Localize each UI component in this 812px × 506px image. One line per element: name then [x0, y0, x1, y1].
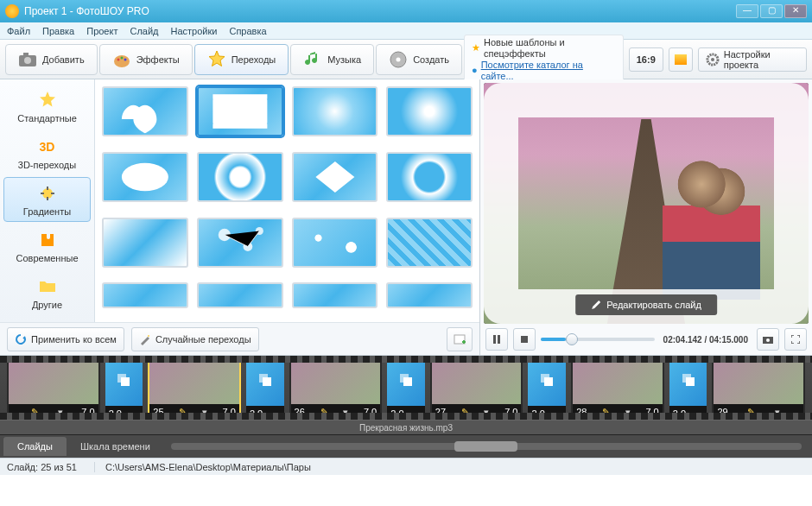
music-icon: [303, 50, 322, 69]
menu-file[interactable]: Файл: [7, 26, 30, 36]
seek-knob[interactable]: [566, 333, 578, 345]
minimize-button[interactable]: —: [736, 4, 758, 18]
svg-point-10: [711, 58, 714, 61]
slide-thumb[interactable]: 26✎▾7.0: [289, 363, 383, 413]
create-button[interactable]: Создать: [376, 44, 462, 75]
fullscreen-button[interactable]: [784, 328, 807, 351]
svg-rect-14: [213, 123, 267, 128]
music-button[interactable]: Музыка: [290, 44, 374, 75]
preview-pane: Редактировать слайд 02:04.142 / 04:15.00…: [480, 79, 812, 355]
svg-rect-13: [213, 94, 267, 98]
menu-slide[interactable]: Слайд: [130, 26, 158, 36]
slide-thumb[interactable]: ✎▾7.0: [7, 363, 100, 413]
category-list: Стандартные 3D3D-переходы Градиенты Совр…: [0, 79, 95, 322]
statusbar: Слайд: 25 из 51 C:\Users\AMS-Elena\Deskt…: [0, 458, 812, 475]
svg-point-8: [396, 57, 401, 61]
transition-thumb[interactable]: [197, 86, 283, 136]
transition-slot[interactable]: 2.0: [387, 363, 425, 413]
effects-button[interactable]: Эффекты: [99, 44, 193, 75]
slide-thumb[interactable]: 25✎▾7.0: [148, 363, 241, 413]
timecode: 02:04.142 / 04:15.000: [660, 335, 752, 345]
transition-thumb[interactable]: [292, 86, 378, 136]
svg-point-1: [24, 57, 31, 64]
transition-thumb[interactable]: [102, 282, 188, 308]
transition-thumb[interactable]: [386, 218, 473, 268]
seek-bar[interactable]: [541, 338, 655, 341]
cat-standard[interactable]: Стандартные: [3, 84, 91, 129]
slides-row: ✎▾7.02.025✎▾7.02.026✎▾7.02.027✎▾7.02.028…: [0, 363, 812, 413]
svg-rect-31: [403, 377, 412, 386]
transition-thumb[interactable]: [197, 282, 283, 308]
menu-edit[interactable]: Правка: [42, 26, 74, 36]
transition-thumb[interactable]: [102, 218, 188, 268]
close-button[interactable]: ✕: [784, 4, 807, 18]
transition-grid: [95, 79, 479, 322]
status-position: Слайд: 25 из 51: [7, 462, 77, 472]
edit-slide-button[interactable]: Редактировать слайд: [575, 294, 717, 315]
audio-track[interactable]: Прекрасная жизнь.mp3: [0, 420, 812, 435]
puzzle-icon: [37, 230, 58, 250]
timeline: ✎▾7.02.025✎▾7.02.026✎▾7.02.027✎▾7.02.028…: [0, 356, 812, 458]
svg-point-15: [122, 163, 168, 191]
tab-slides[interactable]: Слайды: [3, 437, 67, 456]
svg-rect-23: [521, 336, 528, 343]
slide-thumb[interactable]: 27✎▾7.0: [430, 363, 523, 413]
transition-thumb[interactable]: [292, 282, 378, 308]
pause-button[interactable]: [485, 328, 508, 351]
menu-settings[interactable]: Настройки: [171, 26, 218, 36]
cat-gradients[interactable]: Градиенты: [3, 177, 91, 222]
cat-other[interactable]: Другие: [3, 270, 91, 315]
transition-slot[interactable]: 2.0: [105, 363, 143, 413]
menu-help[interactable]: Справка: [229, 26, 266, 36]
preview-overlay: [484, 83, 809, 324]
filmstrip-top: [0, 356, 812, 363]
transition-thumb[interactable]: [197, 152, 283, 202]
svg-point-6: [124, 58, 126, 60]
settings-label: Настройки проекта: [724, 49, 799, 70]
transition-slot[interactable]: 2.0: [669, 363, 707, 413]
transition-thumb[interactable]: [386, 282, 473, 308]
stop-button[interactable]: [513, 328, 536, 351]
star-icon: [37, 90, 58, 111]
apply-all-button[interactable]: Применить ко всем: [7, 327, 124, 351]
transition-thumb[interactable]: [386, 152, 473, 202]
aspect-ratio-button[interactable]: 16:9: [629, 47, 663, 72]
folder-icon: [37, 276, 58, 297]
slide-thumb[interactable]: 29✎▾: [712, 363, 805, 413]
gradient-icon: [37, 183, 58, 204]
timeline-scrollbar[interactable]: [171, 443, 802, 450]
catalog-link[interactable]: Посмотрите каталог на сайте...: [481, 60, 616, 82]
slide-thumb[interactable]: 28✎▾7.0: [571, 363, 664, 413]
maximize-button[interactable]: ▢: [760, 4, 783, 18]
random-button[interactable]: Случайные переходы: [131, 327, 259, 351]
project-settings-button[interactable]: Настройки проекта: [698, 47, 807, 72]
transition-thumb[interactable]: [102, 152, 188, 202]
add-transition-button[interactable]: [447, 327, 473, 351]
svg-point-5: [120, 56, 123, 59]
scrollbar-thumb[interactable]: [454, 441, 517, 452]
svg-rect-12: [213, 98, 267, 125]
transition-thumb[interactable]: [292, 152, 378, 202]
transition-slot[interactable]: 2.0: [528, 363, 566, 413]
tab-timeline[interactable]: Шкала времени: [67, 437, 164, 456]
main-toolbar: Добавить Эффекты Переходы Музыка Создать…: [0, 40, 812, 79]
globe-icon: ●: [472, 65, 478, 76]
cat-3d[interactable]: 3D3D-переходы: [3, 130, 91, 175]
transition-thumb[interactable]: [197, 218, 283, 268]
3d-icon: 3D: [37, 136, 58, 157]
star-icon: [207, 50, 226, 69]
transition-thumb[interactable]: [386, 86, 473, 136]
add-button[interactable]: Добавить: [5, 44, 98, 75]
svg-rect-33: [544, 377, 553, 386]
theme-button[interactable]: [669, 47, 693, 72]
svg-point-4: [117, 58, 119, 60]
transition-thumb[interactable]: [292, 218, 378, 268]
svg-point-25: [766, 338, 770, 342]
transitions-button[interactable]: Переходы: [194, 44, 289, 75]
palette-icon: [112, 50, 131, 69]
transition-thumb[interactable]: [102, 86, 188, 136]
snapshot-button[interactable]: [757, 328, 779, 351]
cat-modern[interactable]: Современные: [3, 224, 91, 269]
menu-project[interactable]: Проект: [86, 26, 117, 36]
transition-slot[interactable]: 2.0: [246, 363, 284, 413]
